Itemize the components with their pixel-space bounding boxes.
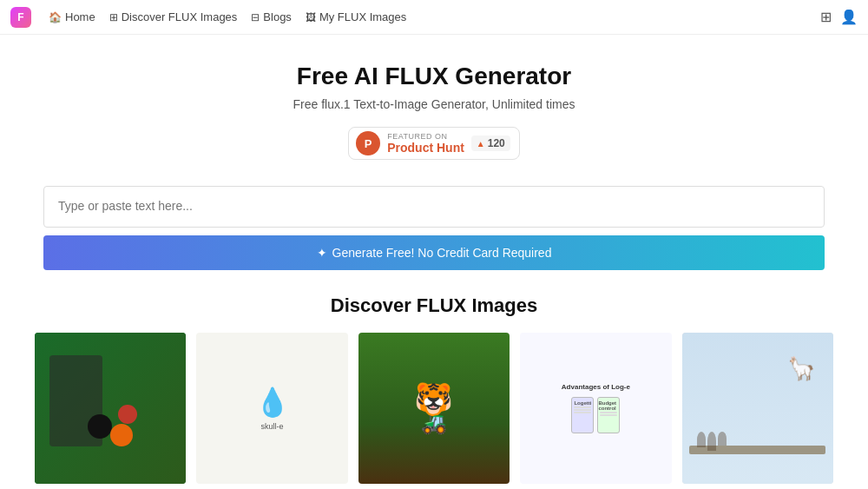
input-section: ✦ Generate Free! No Credit Card Required xyxy=(26,186,842,270)
nav-home[interactable]: 🏠 Home xyxy=(49,10,95,23)
generate-label: Generate Free! No Credit Card Required xyxy=(332,246,552,260)
image-card-logoe[interactable]: Advantages of Log-e Logetti Budget contr… xyxy=(520,333,671,489)
image-grid-row1: Pool Balls Playing With Human balls On P… xyxy=(35,333,833,489)
ball-red xyxy=(118,405,137,424)
hero-subtitle: Free flux.1 Text-to-Image Generator, Unl… xyxy=(17,97,851,111)
billiards-visual xyxy=(35,333,186,484)
nav-items: 🏠 Home ⊞ Discover FLUX Images ⊟ Blogs 🖼 … xyxy=(49,10,406,23)
ball-orange xyxy=(110,424,133,446)
discover-section: Discover FLUX Images Pool Balls Playing … xyxy=(17,294,851,489)
image-logoe: Advantages of Log-e Logetti Budget contr… xyxy=(520,333,671,484)
nav-blogs[interactable]: ⊟ Blogs xyxy=(251,10,292,23)
grid-icon: ⊞ xyxy=(109,11,118,23)
ph-name: Product Hunt xyxy=(387,141,464,155)
image-tiger: 🐯 🚜 xyxy=(358,333,510,484)
blog-icon: ⊟ xyxy=(251,11,260,23)
hero-title: Free AI FLUX Generator xyxy=(17,63,851,90)
image-billiards xyxy=(35,333,186,484)
ph-upvote-arrow: ▲ xyxy=(477,139,485,149)
image-card-billiards[interactable]: Pool Balls Playing With Human balls On P… xyxy=(35,333,186,489)
logo[interactable]: F xyxy=(10,7,31,28)
image-card-llama[interactable]: 🦙 Business meeting of llamas xyxy=(682,333,833,489)
generate-button[interactable]: ✦ Generate Free! No Credit Card Required xyxy=(43,235,825,270)
image-droplet: 💧 skull-e xyxy=(196,333,347,484)
sparkle-icon: ✦ xyxy=(317,246,327,260)
user-icon[interactable]: 👤 xyxy=(840,9,858,25)
ph-featured-label: FEATURED ON xyxy=(387,132,447,141)
ph-logo: P xyxy=(356,131,380,155)
image-llama: 🦙 xyxy=(682,333,833,484)
product-hunt-badge[interactable]: P FEATURED ON Product Hunt ▲ 120 xyxy=(348,127,520,160)
ball-8 xyxy=(88,414,112,439)
nav-right: ⊞ 👤 xyxy=(820,9,858,25)
ph-text-block: FEATURED ON Product Hunt xyxy=(387,132,464,155)
image-card-droplet[interactable]: 💧 skull-e i need you to use your extensi… xyxy=(196,333,347,489)
ph-upvote-count: 120 xyxy=(488,137,505,149)
home-icon: 🏠 xyxy=(49,11,62,23)
navigation: F 🏠 Home ⊞ Discover FLUX Images ⊟ Blogs … xyxy=(0,0,868,35)
image-card-tiger[interactable]: 🐯 🚜 Big Boy Body builder Tiger Lifting C… xyxy=(358,333,510,489)
nav-discover[interactable]: ⊞ Discover FLUX Images xyxy=(109,10,238,23)
ph-upvote-badge: ▲ 120 xyxy=(471,135,510,151)
discover-title: Discover FLUX Images xyxy=(35,294,833,317)
prompt-input[interactable] xyxy=(43,186,825,228)
gallery-icon[interactable]: ⊞ xyxy=(820,9,832,25)
nav-my-images[interactable]: 🖼 My FLUX Images xyxy=(306,10,406,23)
logoe-visual: Advantages of Log-e Logetti Budget contr… xyxy=(520,333,671,484)
hero-section: Free AI FLUX Generator Free flux.1 Text-… xyxy=(0,35,868,177)
image-icon: 🖼 xyxy=(306,11,316,23)
